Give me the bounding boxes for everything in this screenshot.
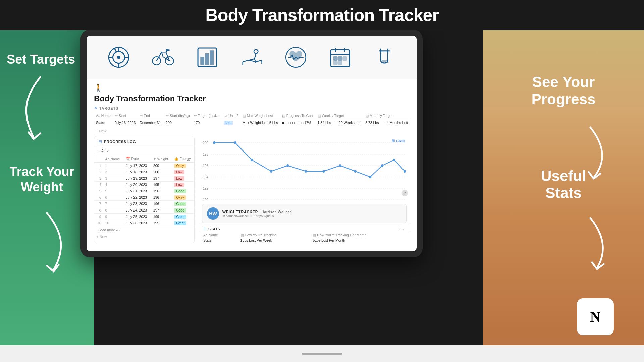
stats-cell-per-month: 5Lbs Lost Per Month <box>309 238 409 243</box>
svg-point-44 <box>234 141 236 144</box>
stats-table: Aa Name ▤ How You're Tracking ▤ How You'… <box>199 232 409 243</box>
stats-add-icon[interactable]: + ··· <box>398 226 405 231</box>
cell-max-weight: Max Weight lost: 5 Lbs <box>240 119 280 126</box>
log-row: 6 6 July 22, 2023 196 Okay <box>94 194 194 201</box>
cell-weekly: 1.34 Lbs ----- 19 Weeks Left <box>316 119 364 126</box>
col-progress: ▤ Progress To Goal <box>280 112 316 119</box>
avatar: HW <box>207 207 219 220</box>
row-weight: 200 <box>151 163 172 169</box>
left-arrow-top <box>13 74 74 147</box>
row-name: 6 <box>103 194 123 201</box>
col-target-lbs: ✏ Target (lbs/k... <box>192 112 222 119</box>
row-date: July 25, 2023 <box>123 214 151 220</box>
page-title: Body Transformation Tracker <box>94 94 409 103</box>
row-energy: Low <box>171 175 194 182</box>
row-energy: Low <box>171 169 194 175</box>
left-label-bottom: Track YourWeight <box>3 164 80 195</box>
targets-section-label: ✕ TARGETS <box>94 106 409 110</box>
add-new-button[interactable]: + New <box>94 128 409 134</box>
row-energy: Good <box>171 201 194 207</box>
row-name: 8 <box>103 207 123 214</box>
cell-units: Lbs <box>222 119 240 126</box>
svg-text:192: 192 <box>203 187 208 191</box>
tracker-handle: @harrisonwallace100 · https://grid.is <box>222 214 401 218</box>
target-icon <box>104 42 134 72</box>
stats-section: ⊞ STATS + ··· Aa Name ▤ How You're Track… <box>199 224 409 243</box>
row-weight: 199 <box>151 214 172 220</box>
progress-log-header: ⊞ PROGRESS LOG <box>94 136 194 147</box>
row-num: 1 <box>94 163 103 169</box>
stats-col-per-month: ▤ How You're Tracking Per Month <box>309 232 409 238</box>
svg-point-12 <box>167 49 168 51</box>
row-name: 9 <box>103 214 123 220</box>
cell-target-lbs: 170 <box>192 119 222 126</box>
row-name: 2 <box>103 169 123 175</box>
col-end: ✏ End <box>138 112 164 119</box>
notion-icon: N <box>577 298 614 335</box>
row-weight: 197 <box>151 175 172 182</box>
row-num: 4 <box>94 182 103 188</box>
svg-line-8 <box>115 48 116 52</box>
taskbar-pill <box>302 353 342 355</box>
header-title: Body Transformation Tracker <box>205 5 438 25</box>
filter-bar[interactable]: ≡ All ∨ <box>94 147 194 155</box>
row-weight: 195 <box>151 220 172 226</box>
stats-header-row: ⊞ STATS + ··· <box>199 224 409 232</box>
log-row: 9 9 July 25, 2023 199 Great <box>94 214 194 220</box>
stats-cell-name: Stats: <box>199 238 236 243</box>
right-label-top: See YourProgress <box>490 74 637 108</box>
row-num: 8 <box>94 207 103 214</box>
col-start: ✏ Start <box>113 112 138 119</box>
svg-rect-28 <box>334 61 337 64</box>
svg-point-43 <box>213 141 215 144</box>
svg-text:198: 198 <box>203 153 208 157</box>
row-energy: Okay <box>171 194 194 201</box>
row-date: July 22, 2023 <box>123 194 151 201</box>
col-start-lbs: ✏ Start (lbs/kg) <box>164 112 192 119</box>
targets-row: Stats: July 16, 2023 December 31, 200 17… <box>94 119 410 126</box>
svg-point-50 <box>339 164 341 167</box>
svg-text:200: 200 <box>203 141 208 145</box>
log-add-new-button[interactable]: + New <box>94 234 194 240</box>
row-name: 4 <box>103 182 123 188</box>
stats-title: STATS <box>208 227 220 231</box>
cell-start-lbs: 200 <box>164 119 192 126</box>
row-weight: 200 <box>151 169 172 175</box>
cell-name: Stats: <box>94 119 113 126</box>
svg-point-54 <box>393 159 395 161</box>
left-label-top: Set Targets <box>7 52 75 67</box>
row-date: July 20, 2023 <box>123 182 151 188</box>
targets-icon: ✕ <box>94 106 97 110</box>
targets-table: Aa Name ✏ Start ✏ End ✏ Start (lbs/kg) ✏… <box>94 112 410 126</box>
person-icon: 🚶 <box>94 84 103 93</box>
svg-point-9 <box>118 56 120 58</box>
row-weight: 197 <box>151 207 172 214</box>
svg-rect-29 <box>338 61 342 64</box>
log-row: 8 8 July 24, 2023 197 Good <box>94 207 194 214</box>
log-col-name: Aa Name <box>103 155 123 163</box>
row-energy: Good <box>171 207 194 214</box>
svg-text:N: N <box>590 309 600 325</box>
load-more-button[interactable]: Load more ••• <box>94 226 194 234</box>
svg-point-48 <box>305 170 307 173</box>
svg-point-46 <box>270 170 272 173</box>
log-row: 7 7 July 23, 2023 196 Good <box>94 201 194 207</box>
stats-icon: ⊞ <box>203 227 206 231</box>
log-row: 10 10 July 26, 2023 195 Great <box>94 220 194 226</box>
svg-rect-15 <box>206 54 209 64</box>
row-num: 9 <box>94 214 103 220</box>
col-units: ☺ Units? <box>222 112 240 119</box>
row-num: 10 <box>94 220 103 226</box>
log-col-energy: 👍 Energy <box>171 155 194 163</box>
row-date: July 17, 2023 <box>123 163 151 169</box>
svg-rect-25 <box>334 57 337 60</box>
heart-icon <box>281 42 311 72</box>
row-energy: Great <box>171 220 194 226</box>
filter-all[interactable]: ≡ All ∨ <box>98 149 109 153</box>
tracker-name: WEIGHTTRACKER Harrison Wallace <box>222 210 401 214</box>
svg-text:190: 190 <box>203 198 208 202</box>
log-row: 4 4 July 20, 2023 195 Low <box>94 182 194 188</box>
svg-rect-14 <box>201 57 204 64</box>
chart-icon <box>192 42 222 72</box>
bike-icon <box>148 42 178 72</box>
